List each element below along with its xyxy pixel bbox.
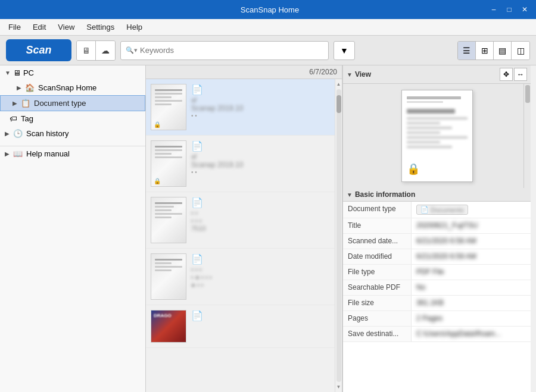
app-title: ScanSnap Home	[52, 5, 487, 14]
sidebar-help-label: Help manual	[26, 149, 70, 158]
info-value-scanned-date: 6/21/2020 6:58 AM	[412, 234, 531, 249]
expand-arrow3-icon: ▶	[13, 100, 17, 106]
doc-info: 📄 • • • • ● • • • ● • •	[191, 253, 330, 289]
right-panel: ▼ View ✥ ↔	[342, 65, 531, 392]
sidebar-tag-label: Tag	[21, 114, 33, 123]
info-row-title: Title 20200621_FujiTSU	[343, 218, 531, 234]
cloud-icon-button[interactable]: ☁	[96, 41, 115, 60]
menu-help[interactable]: Help	[120, 20, 148, 34]
split-view-button[interactable]: ◫	[512, 42, 529, 59]
doc-list: 🔒 📄 af Scanap 2019.10 • •	[146, 79, 335, 392]
info-row-scanned-date: Scanned date... 6/21/2020 6:58 AM	[343, 234, 531, 249]
sidebar-item-document-type[interactable]: ▶ 📋 Document type	[0, 95, 145, 111]
doc-thumbnail: 🔒	[151, 84, 186, 130]
doc-line2: • • •	[191, 217, 330, 224]
help-icon: 📖	[13, 149, 23, 158]
doc-icon: 📄	[191, 310, 330, 321]
doc-item[interactable]: DRAGO 📄	[146, 305, 335, 348]
sort-button[interactable]: ▼	[334, 41, 355, 60]
info-section-header: ▼ Basic information	[343, 188, 531, 202]
scan-button[interactable]: Scan	[6, 39, 71, 61]
pc-icon-button[interactable]: 🖥	[77, 41, 96, 60]
device-buttons: 🖥 ☁	[76, 40, 116, 61]
sort-icon: ▼	[340, 46, 348, 55]
sidebar-item-pc[interactable]: ▼ 🖥 PC	[0, 65, 145, 80]
info-row-save-destination: Save destinati... C:\Users\AppData\Roam.…	[343, 327, 531, 342]
search-input[interactable]	[140, 46, 323, 55]
panel-resize-button[interactable]: ↔	[514, 68, 527, 81]
sidebar-doc-type-label: Document type	[34, 99, 86, 108]
menu-settings[interactable]: Settings	[80, 20, 120, 34]
doc-list-date-header: 6/7/2020	[146, 65, 342, 79]
info-label: Searchable PDF	[343, 280, 412, 295]
detail-view-button[interactable]: ▤	[494, 42, 512, 59]
doc-thumbnail	[151, 197, 186, 243]
doc-item[interactable]: 🔒 📄 af Scanap 2019.10 • •	[146, 136, 335, 192]
main-layout: ▼ 🖥 PC ▶ 🏠 ScanSnap Home ▶ 📋 Document ty…	[0, 65, 536, 392]
info-value-searchable-pdf: No	[412, 280, 531, 295]
history-icon: 🕒	[13, 129, 23, 138]
doc-info: 📄 • • • • • 7510	[191, 197, 330, 233]
toolbar: Scan 🖥 ☁ 🔍▾ ▼ ☰ ⊞ ▤ ◫	[0, 36, 536, 65]
maximize-button[interactable]: □	[503, 3, 516, 16]
pc-icon: 🖥	[13, 68, 21, 77]
sidebar-scansnap-label: ScanSnap Home	[38, 83, 96, 92]
doc-line1: • • •	[191, 266, 330, 273]
info-value-title: 20200621_FujiTSU	[412, 218, 531, 233]
sidebar-item-tag[interactable]: 🏷 Tag	[0, 111, 145, 126]
menu-edit[interactable]: Edit	[27, 20, 52, 34]
doc-title: Scanap 2019.10	[191, 104, 330, 112]
search-box[interactable]: 🔍▾	[120, 41, 329, 60]
menu-view[interactable]: View	[52, 20, 80, 34]
view-panel-title: View	[355, 70, 371, 79]
info-value-file-size: 361.1KB	[412, 296, 531, 311]
info-value-file-type: PDF File	[412, 265, 531, 280]
sidebar-item-scan-history[interactable]: ▶ 🕒 Scan history	[0, 126, 145, 141]
doc-item[interactable]: 📄 • • • • ● • • • ● • •	[146, 249, 335, 305]
doc-info: 📄	[191, 310, 330, 322]
doc-line2: • ● • • •	[191, 274, 330, 281]
preview-document: 🔒	[401, 90, 473, 182]
badge-text: Documents	[431, 206, 464, 214]
doc-icon: 📄	[191, 253, 330, 265]
scroll-thumb[interactable]	[336, 95, 341, 113]
scroll-down-icon[interactable]: ▼	[335, 383, 342, 391]
minimize-button[interactable]: –	[487, 3, 500, 16]
doc-line3: ● • •	[191, 281, 330, 288]
sidebar-item-help-manual[interactable]: ▶ 📖 Help manual	[0, 146, 145, 161]
doc-type-badge: 📄 Documents	[416, 205, 468, 215]
window-controls: – □ ✕	[487, 3, 531, 16]
section-triangle-icon: ▼	[347, 192, 353, 198]
content-area: 6/7/2020	[146, 65, 536, 392]
doc-dots: • •	[191, 169, 330, 175]
info-label: Title	[343, 218, 412, 233]
info-section-title: Basic information	[355, 190, 415, 199]
doc-icon: 📄	[191, 197, 330, 208]
close-button[interactable]: ✕	[518, 3, 531, 16]
doc-icon: 📄	[191, 84, 330, 95]
panel-move-button[interactable]: ✥	[500, 68, 513, 81]
list-view-button[interactable]: ☰	[458, 42, 476, 59]
info-row-file-size: File size 361.1KB	[343, 296, 531, 311]
doc-item[interactable]: 📄 • • • • • 7510	[146, 192, 335, 249]
doc-item[interactable]: 🔒 📄 af Scanap 2019.10 • •	[146, 79, 335, 136]
view-mode-buttons: ☰ ⊞ ▤ ◫	[457, 41, 530, 60]
doc-list-scrollbar[interactable]: ▲ ▼	[335, 79, 342, 392]
grid-view-button[interactable]: ⊞	[476, 42, 494, 59]
info-label: File size	[343, 296, 412, 311]
sidebar-pc-label: PC	[23, 68, 34, 77]
menu-file[interactable]: File	[2, 20, 27, 34]
split-view-icon: ◫	[517, 46, 525, 55]
preview-stamp: 🔒	[407, 162, 420, 175]
doc-type-icon: 📋	[21, 99, 30, 108]
expand-arrow4-icon: ▶	[5, 130, 10, 137]
info-label: Document type	[343, 202, 412, 218]
doc-thumbnail: DRAGO	[151, 310, 186, 343]
doc-title: Scanap 2019.10	[191, 161, 330, 169]
info-row-file-type: File type PDF File	[343, 265, 531, 280]
preview-area: 🔒	[343, 84, 531, 188]
scroll-up-icon[interactable]: ▲	[335, 80, 342, 88]
view-panel-header: ▼ View ✥ ↔	[343, 65, 531, 84]
scroll-track[interactable]	[336, 89, 341, 382]
sidebar-item-scansnap-home[interactable]: ▶ 🏠 ScanSnap Home	[0, 80, 145, 95]
